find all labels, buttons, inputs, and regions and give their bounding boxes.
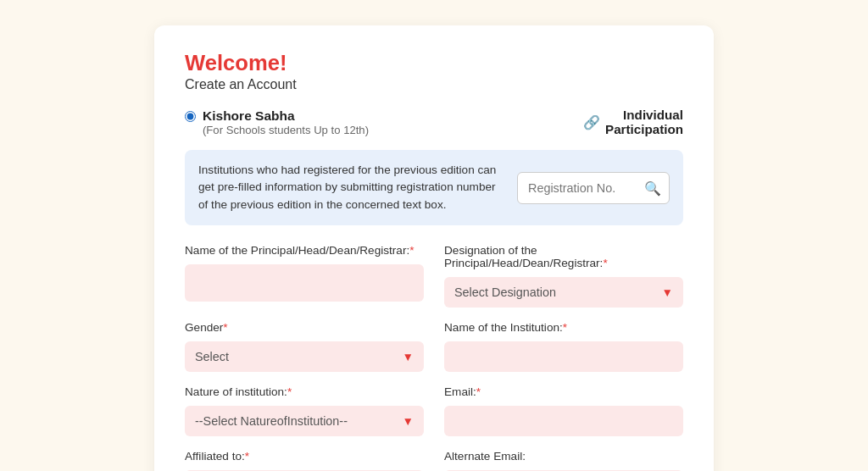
gender-label: Gender* bbox=[185, 321, 424, 334]
page-title: Welcome! bbox=[185, 51, 683, 75]
row-principal: Name of the Principal/Head/Dean/Registra… bbox=[185, 244, 683, 308]
registration-card: Welcome! Create an Account Kishore Sabha… bbox=[154, 25, 714, 471]
gender-select[interactable]: Select bbox=[185, 341, 424, 372]
alt-email-label: Alternate Email: bbox=[444, 450, 683, 463]
institution-name-input[interactable] bbox=[444, 341, 683, 372]
participation-row: Kishore Sabha (For Schools students Up t… bbox=[185, 108, 683, 136]
kishore-sabha-label: Kishore Sabha bbox=[203, 108, 369, 124]
designation-select-wrap: Select Designation ▼ bbox=[444, 277, 683, 308]
col-affiliated: Affiliated to:* --Select AffiliatedTo-- … bbox=[185, 450, 424, 471]
registration-input[interactable] bbox=[517, 172, 670, 204]
kishore-sabha-option[interactable]: Kishore Sabha (For Schools students Up t… bbox=[185, 108, 369, 136]
registration-input-wrap: 🔍 bbox=[517, 172, 670, 204]
email-input[interactable] bbox=[444, 406, 683, 436]
row-nature: Nature of institution:* --Select Natureo… bbox=[185, 385, 683, 436]
col-gender: Gender* Select ▼ bbox=[185, 321, 424, 372]
designation-select[interactable]: Select Designation bbox=[444, 277, 683, 308]
individual-participation-label: Individual Participation bbox=[605, 108, 683, 136]
nature-label: Nature of institution:* bbox=[185, 385, 424, 398]
nature-select[interactable]: --Select NatureofInstitution-- bbox=[185, 406, 424, 436]
col-nature: Nature of institution:* --Select Natureo… bbox=[185, 385, 424, 436]
info-box: Institutions who had registered for the … bbox=[185, 150, 683, 225]
col-email: Email:* bbox=[444, 385, 683, 436]
row-gender: Gender* Select ▼ Name of the Institution… bbox=[185, 321, 683, 372]
page-subtitle: Create an Account bbox=[185, 77, 683, 92]
nature-select-wrap: --Select NatureofInstitution-- ▼ bbox=[185, 406, 424, 436]
email-label: Email:* bbox=[444, 385, 683, 398]
link-icon: 🔗 bbox=[583, 114, 600, 130]
kishore-sabha-sublabel: (For Schools students Up to 12th) bbox=[203, 124, 369, 136]
individual-participation-link[interactable]: 🔗 Individual Participation bbox=[583, 108, 683, 136]
kishore-sabha-radio[interactable] bbox=[185, 111, 196, 122]
info-box-text: Institutions who had registered for the … bbox=[198, 162, 504, 213]
affiliated-label: Affiliated to:* bbox=[185, 450, 424, 463]
institution-name-label: Name of the Institution:* bbox=[444, 321, 683, 334]
principal-name-label: Name of the Principal/Head/Dean/Registra… bbox=[185, 244, 424, 257]
principal-name-input[interactable] bbox=[185, 264, 424, 302]
col-alt-email: Alternate Email: bbox=[444, 450, 683, 471]
designation-label: Designation of the Principal/Head/Dean/R… bbox=[444, 244, 683, 269]
col-principal-name: Name of the Principal/Head/Dean/Registra… bbox=[185, 244, 424, 308]
gender-select-wrap: Select ▼ bbox=[185, 341, 424, 372]
row-affiliated: Affiliated to:* --Select AffiliatedTo-- … bbox=[185, 450, 683, 471]
col-institution-name: Name of the Institution:* bbox=[444, 321, 683, 372]
col-designation: Designation of the Principal/Head/Dean/R… bbox=[444, 244, 683, 308]
